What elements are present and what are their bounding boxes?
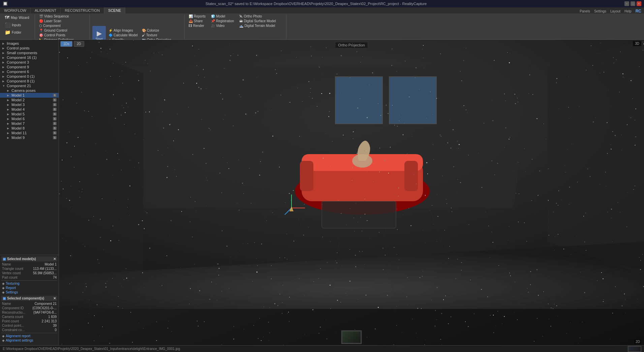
share-button[interactable]: 📤 Share — [187, 19, 207, 23]
camera-count-row: Camera count 1 839 — [1, 315, 57, 319]
part-count-row: Part count 74 — [1, 275, 57, 280]
tree-item-images[interactable]: ▶Images — [0, 41, 59, 46]
viewport-2d-button[interactable]: 2D — [74, 41, 84, 47]
thumbnail-image — [342, 331, 361, 343]
tree-item-model-1[interactable]: ▶Model 16 — [0, 93, 59, 98]
texture-icon: 🖌 — [142, 33, 145, 37]
component-button[interactable]: ⬡ Component — [38, 24, 62, 28]
align-label: Align Images — [114, 29, 133, 32]
tab-reconstruction[interactable]: RECONSTRUCTION — [61, 7, 104, 13]
tree-item-component-21[interactable]: ▼Component 21 — [0, 83, 59, 88]
ribbon-panels[interactable]: Panels — [580, 9, 590, 13]
dtm-button[interactable]: 🗻 Digital Terrain Model — [238, 24, 277, 28]
dsm-button[interactable]: 🏔 Digital Surface Model — [238, 19, 277, 23]
triangle-row: Triangle count 113.4M (1133... — [1, 267, 57, 271]
minimize-button[interactable]: − — [624, 1, 629, 6]
tree-item-model-2[interactable]: ▶Model 26 — [0, 98, 59, 102]
model-panel-close[interactable]: ✕ — [53, 257, 56, 261]
ortho-photo-button[interactable]: 🛰 Ortho Photo — [238, 14, 277, 19]
registration-button[interactable]: 📌 Registration — [210, 19, 235, 23]
comp-id-label: Component ID — [2, 306, 24, 310]
report-icon: ◈ — [2, 286, 5, 290]
model-settings-link[interactable]: ◈ Settings — [1, 290, 57, 294]
camera-label: Camera count — [2, 315, 23, 319]
tree-item-control-points[interactable]: ▶Control points — [0, 46, 59, 50]
colorize-label: Colorize — [147, 29, 159, 32]
share-icon: 📤 — [189, 19, 193, 23]
selected-model-header: ▣ Selected model(s) ✕ — [1, 256, 57, 261]
tree-item-model-6[interactable]: ▶Model 66 — [0, 116, 59, 121]
model-group: 🧊 Model 📌 Registration 🎥 Video — [210, 14, 235, 28]
reports-button[interactable]: 📊 Reports — [187, 14, 207, 19]
dtm-label: Digital Terrain Model — [244, 24, 275, 28]
tree-item-model-5[interactable]: ▶Model 56 — [0, 112, 59, 116]
scene-background — [59, 40, 644, 345]
viewport[interactable]: 1Ds 2D 3D 2D Ortho Projection — [59, 40, 644, 345]
tree-item-component-9[interactable]: ▶Component 9 — [0, 65, 59, 69]
texturing-link[interactable]: ◈ Texturing — [1, 281, 57, 286]
ribbon-layout[interactable]: Layout — [610, 9, 620, 13]
align-settings-icon: ◈ — [2, 339, 5, 342]
tree-item-small-components[interactable]: ▶Small components — [0, 50, 59, 55]
tree-item-component-8[interactable]: ▶Component 8 (1) — [0, 79, 59, 83]
tree-item-component-0[interactable]: ▶Component 0 (1) — [0, 74, 59, 79]
tree-item-model-8[interactable]: ▶Model 86 — [0, 126, 59, 131]
ortho-projection-label: Ortho Projection — [335, 42, 367, 48]
ribbon-help[interactable]: Help — [624, 9, 632, 13]
tree-item-component-6[interactable]: ▶Component 6 — [0, 69, 59, 74]
sofa-arm-left — [300, 161, 313, 191]
video-sequence-button[interactable]: 🎬 Video Sequence — [38, 14, 70, 19]
tab-alignment[interactable]: ALIGNMENT — [31, 7, 61, 13]
ribbon-settings[interactable]: Settings — [594, 9, 606, 13]
calc-model-button[interactable]: 🔷 Calculate Model — [107, 33, 139, 37]
coffee-table — [322, 201, 396, 228]
alignment-report-link[interactable]: ◈ Alignment report — [1, 334, 57, 338]
ribbon: WORKFLOW ALIGNMENT RECONSTRUCTION SCENE … — [0, 7, 644, 40]
comp-id-row: Component ID {C09C6201-0-... — [1, 306, 57, 310]
report-link[interactable]: ◈ Report — [1, 286, 57, 290]
recon-row: Reconstructio... {9AF74FD6-8... — [1, 310, 57, 315]
video-button[interactable]: 🎥 Video — [210, 24, 235, 28]
scene-tree[interactable]: ▶Images▶Control points▶Small components▶… — [0, 40, 59, 255]
tree-item-component-16[interactable]: ▶Component 16 (1) — [0, 55, 59, 60]
folder-button[interactable]: 📁 Folder — [3, 29, 23, 36]
laser-scan-button[interactable]: 🔴 Laser Scan — [38, 19, 63, 23]
model-button[interactable]: 🧊 Model — [210, 14, 235, 19]
control-points-icon: 🎯 — [39, 33, 43, 37]
tree-item-model-7[interactable]: ▶Model 76 — [0, 121, 59, 126]
inputs-button[interactable]: ⬛ Inputs — [3, 22, 22, 28]
wiz-button[interactable]: 🗺 Map Wizard — [3, 14, 31, 21]
tree-item-camera-poses[interactable]: ▶Camera poses — [0, 88, 59, 93]
tree-item-model-4[interactable]: ▶Model 46 — [0, 107, 59, 112]
part-value: 74 — [53, 276, 57, 279]
left-panel: ▶Images▶Control points▶Small components▶… — [0, 40, 59, 345]
ground-control-button[interactable]: 📍 Ground Control — [38, 28, 68, 33]
alignment-settings-link[interactable]: ◈ Alignment settings — [1, 338, 57, 343]
tree-item-model-3[interactable]: ▶Model 36 — [0, 102, 59, 107]
texture-label: Texture — [146, 33, 157, 37]
control-points-button[interactable]: 🎯 Control Points — [38, 33, 67, 37]
colorize-button[interactable]: 🎨 Colorize — [141, 28, 173, 33]
tree-item-component-3[interactable]: ▶Component 3 — [0, 60, 59, 65]
tree-item-model-9[interactable]: ▶Model 96 — [0, 135, 59, 140]
maximize-button[interactable]: □ — [631, 1, 635, 6]
part-label: Part count — [2, 276, 18, 279]
texture-button[interactable]: 🖌 Texture — [141, 33, 173, 37]
tree-item-model-11[interactable]: ▶Model 116 — [0, 131, 59, 135]
model-panel-icon: ▣ — [3, 257, 6, 261]
render-icon: 🎞 — [189, 24, 192, 28]
window-title: Statex_scan_02* saved to E:\Workspace Dr… — [8, 2, 624, 6]
selected-component-title: Selected component(s) — [7, 296, 44, 300]
model-name-row: Name Model 1 — [1, 262, 57, 267]
3d-label: 3D — [633, 41, 641, 46]
comp-panel-close[interactable]: ✕ — [53, 296, 56, 300]
ctrl-pt-value: 39 — [53, 324, 57, 327]
tab-workflow[interactable]: WORKFLOW — [0, 7, 31, 13]
align-images-button[interactable]: ⚡ Align Images — [107, 28, 139, 33]
recon-value: {9AF74FD6-8... — [33, 311, 57, 314]
laser-scan-label: Laser Scan — [44, 19, 61, 23]
tab-scene[interactable]: SCENE — [104, 7, 125, 13]
viewport-1ds-button[interactable]: 1Ds — [60, 41, 72, 47]
close-button[interactable]: ✕ — [637, 1, 641, 6]
render-button[interactable]: 🎞 Render — [187, 24, 207, 28]
